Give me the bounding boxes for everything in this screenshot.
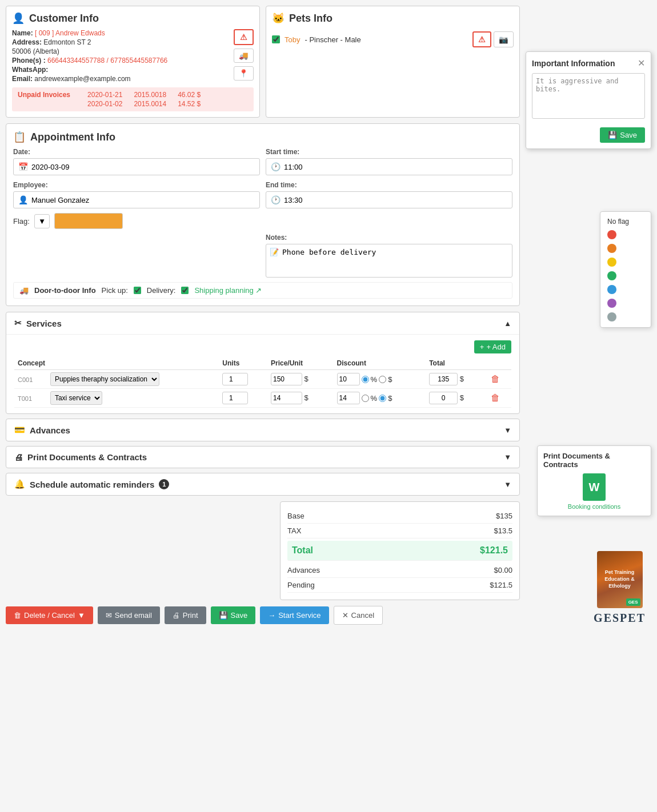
flag-option-red[interactable] — [604, 228, 647, 242]
send-email-button[interactable]: ✉ Send email — [98, 606, 160, 624]
flag-row: Flag: ▼ — [13, 213, 512, 229]
delete-cancel-button[interactable]: 🗑 Delete / Cancel ▼ — [6, 606, 93, 624]
row2-code: T001 — [14, 389, 47, 408]
unpaid-invoices-row: Unpaid Invoices 2020-01-21 2015.0018 46.… — [12, 87, 254, 111]
flag-circle-red — [607, 230, 616, 239]
services-table-header: Concept Units Price/Unit Discount Total — [14, 357, 511, 370]
flag-color-display — [54, 213, 123, 229]
booking-conditions-item[interactable]: W Booking conditions — [543, 473, 645, 510]
flag-option-orange[interactable] — [604, 242, 647, 255]
important-info-title: Important Information — [532, 59, 615, 68]
flag-circle-green — [607, 271, 616, 280]
row1-price-input[interactable] — [271, 373, 302, 385]
row2-units-input[interactable] — [222, 392, 248, 404]
print-button[interactable]: 🖨 Print — [165, 606, 206, 624]
row2-price-input[interactable] — [271, 392, 302, 404]
cancel-button[interactable]: ✕ Cancel — [334, 606, 383, 625]
row1-discount: % $ — [334, 370, 426, 389]
delivery-checkbox[interactable] — [181, 287, 189, 294]
customer-section-title: 👤 Customer Info — [12, 12, 254, 25]
pet-camera-button[interactable]: 📷 — [494, 31, 514, 47]
row2-discount-input[interactable] — [337, 392, 360, 404]
end-time-label: End time: — [266, 181, 512, 189]
services-header[interactable]: ✂ Services ▲ — [6, 312, 519, 334]
row1-units-input[interactable] — [222, 373, 248, 385]
row2-discount: % $ — [334, 389, 426, 408]
date-label: Date: — [13, 148, 260, 156]
pickup-checkbox[interactable] — [134, 287, 141, 294]
row2-percent-radio[interactable] — [362, 395, 369, 402]
employee-input[interactable] — [31, 196, 255, 204]
advances-header[interactable]: 💳 Advances ▼ — [6, 419, 519, 441]
important-info-save-button[interactable]: 💾 Save — [600, 127, 645, 143]
word-doc-icon: W — [583, 473, 606, 501]
plus-icon: + — [480, 343, 484, 351]
unpaid-label: Unpaid Invoices — [18, 91, 70, 99]
pet-alert-button[interactable]: ⚠ — [472, 31, 491, 47]
calendar-icon: 📅 — [18, 162, 28, 171]
notes-textarea[interactable]: Phone before delivery — [282, 248, 508, 274]
summary-box: Base $135 TAX $13.5 Total $121.5 Advance… — [280, 501, 520, 600]
shipping-planning-link[interactable]: Shipping planning ↗ — [194, 286, 261, 295]
print-docs-title: 🖨 Print Documents & Contracts — [14, 452, 147, 462]
customer-phone-row: Phone(s) : 666443344557788 / 67785544558… — [12, 57, 254, 65]
pets-icon: 🐱 — [272, 12, 285, 25]
services-title: ✂ Services — [14, 318, 62, 328]
row1-delete-button[interactable]: 🗑 — [491, 374, 500, 384]
row2-dollar-radio[interactable] — [379, 395, 386, 402]
important-info-textarea[interactable]: It is aggressive and bites. — [532, 73, 645, 119]
flag-dropdown-popup: No flag — [600, 211, 651, 328]
row1-units — [219, 370, 267, 389]
print-docs-header[interactable]: 🖨 Print Documents & Contracts ▼ — [6, 447, 519, 468]
pending-row: Pending $121.5 — [287, 578, 512, 593]
row1-delete: 🗑 — [487, 370, 511, 389]
important-info-close-button[interactable]: ✕ — [638, 58, 645, 69]
alert-button[interactable]: ⚠ — [234, 29, 254, 45]
gespet-badge: GES — [626, 598, 640, 606]
add-service-button[interactable]: + + Add — [474, 340, 511, 353]
appointment-title: 📋 Appointment Info — [13, 131, 512, 143]
flag-option-yellow[interactable] — [604, 255, 647, 269]
row1-percent-radio[interactable] — [362, 376, 369, 383]
start-service-button[interactable]: → Start Service — [260, 606, 328, 624]
flag-option-blue[interactable] — [604, 283, 647, 296]
row1-total-input[interactable] — [429, 373, 458, 385]
row2-concept-select[interactable]: Taxi service — [50, 391, 102, 405]
pets-info-box: 🐱 Pets Info Toby - Pinscher - Male ⚠ 📷 — [266, 6, 520, 118]
save-button[interactable]: 💾 Save — [211, 606, 256, 624]
advances-section: 💳 Advances ▼ — [6, 419, 520, 441]
important-info-popup: Important Information ✕ It is aggressive… — [526, 51, 651, 149]
reminders-header[interactable]: 🔔 Schedule automatic reminders 1 ▼ — [6, 473, 519, 495]
end-time-group: End time: 🕐 — [266, 181, 512, 208]
location-button[interactable]: 📍 — [234, 66, 254, 81]
pets-section-title: 🐱 Pets Info — [272, 12, 514, 25]
total-row: Total $121.5 — [287, 541, 512, 561]
advances-icon: 💳 — [14, 425, 25, 435]
row1-concept: Puppies theraphy socialization — [47, 370, 219, 389]
end-time-input-wrapper: 🕐 — [266, 191, 512, 208]
bell-icon: 🔔 — [14, 479, 25, 489]
services-section: ✂ Services ▲ + + Add Concept Uni — [6, 312, 520, 414]
row2-delete-button[interactable]: 🗑 — [491, 393, 500, 403]
flag-dropdown-button[interactable]: ▼ — [34, 214, 50, 228]
flag-option-green[interactable] — [604, 269, 647, 283]
pet-checkbox[interactable] — [272, 35, 280, 43]
end-time-input[interactable] — [284, 196, 507, 204]
flag-option-purple[interactable] — [604, 296, 647, 310]
row1-concept-select[interactable]: Puppies theraphy socialization — [50, 372, 159, 386]
row1-discount-input[interactable] — [337, 373, 360, 385]
row2-total-input[interactable] — [429, 392, 458, 404]
bottom-toolbar: 🗑 Delete / Cancel ▼ ✉ Send email 🖨 Print… — [6, 600, 520, 630]
gespet-logo-area: Pet Training Education & Ethology GES GE… — [588, 545, 651, 630]
row1-dollar-radio[interactable] — [379, 376, 386, 383]
concept-header: Concept — [14, 357, 219, 370]
start-time-input[interactable] — [284, 163, 507, 171]
start-time-input-wrapper: 🕐 — [266, 158, 512, 175]
date-input[interactable] — [31, 163, 255, 171]
door-label: Door-to-door Info — [34, 286, 96, 295]
truck-button[interactable]: 🚚 — [234, 49, 254, 63]
flag-option-none[interactable]: No flag — [604, 215, 647, 228]
chevron-down-icon-advances: ▼ — [504, 426, 511, 435]
flag-option-gray[interactable] — [604, 310, 647, 324]
pickup-label: Pick up: — [102, 286, 128, 295]
